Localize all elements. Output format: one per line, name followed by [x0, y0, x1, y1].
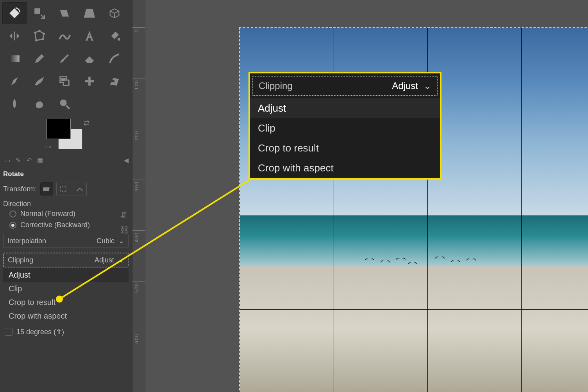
svg-line-16 — [59, 180, 250, 299]
callout-panel: Clipping Adjust ⌄ Adjust Clip Crop to re… — [248, 72, 441, 180]
callout-option-adjust[interactable]: Adjust — [250, 98, 440, 118]
callout-option-clip[interactable]: Clip — [250, 118, 440, 138]
callout-clipping-value: Adjust — [392, 80, 418, 91]
callout-clipping-select[interactable]: Clipping Adjust ⌄ — [252, 76, 438, 96]
callout-clipping-label: Clipping — [259, 80, 293, 91]
callout-leader — [0, 0, 588, 392]
callout-option-crop-with-aspect[interactable]: Crop with aspect — [250, 158, 440, 178]
callout-option-crop-to-result[interactable]: Crop to result — [250, 138, 440, 158]
chevron-down-icon: ⌄ — [424, 80, 431, 91]
callout-anchor-dot — [56, 296, 63, 303]
